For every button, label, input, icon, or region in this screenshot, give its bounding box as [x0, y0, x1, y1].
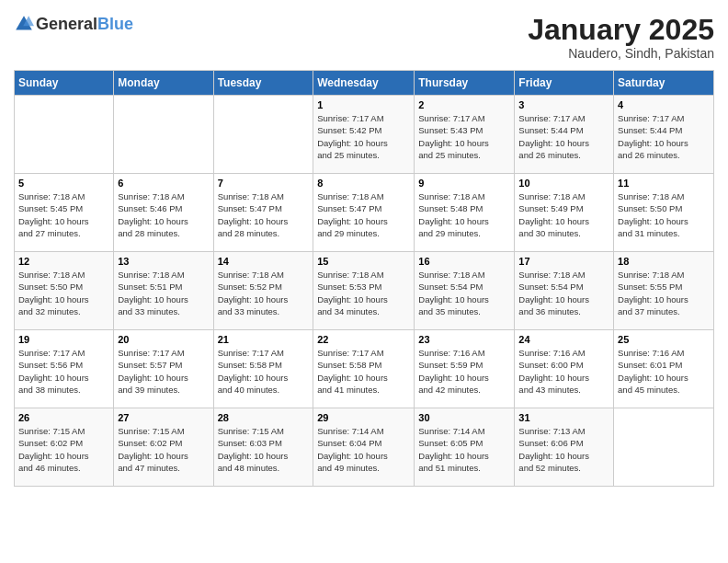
calendar-cell	[114, 96, 213, 174]
day-info: Sunrise: 7:18 AM Sunset: 5:48 PM Dayligh…	[418, 190, 510, 239]
calendar-cell: 9Sunrise: 7:18 AM Sunset: 5:48 PM Daylig…	[415, 174, 515, 252]
day-number: 18	[618, 256, 710, 267]
day-number: 4	[618, 99, 710, 110]
calendar-cell: 13Sunrise: 7:18 AM Sunset: 5:51 PM Dayli…	[114, 252, 213, 330]
day-info: Sunrise: 7:16 AM Sunset: 6:00 PM Dayligh…	[518, 347, 609, 396]
calendar-cell: 11Sunrise: 7:18 AM Sunset: 5:50 PM Dayli…	[614, 174, 714, 252]
day-number: 3	[518, 99, 609, 110]
calendar-cell: 29Sunrise: 7:14 AM Sunset: 6:04 PM Dayli…	[313, 408, 415, 487]
calendar-cell: 6Sunrise: 7:18 AM Sunset: 5:46 PM Daylig…	[114, 174, 213, 252]
calendar-cell: 27Sunrise: 7:15 AM Sunset: 6:02 PM Dayli…	[114, 408, 213, 487]
calendar-cell: 18Sunrise: 7:18 AM Sunset: 5:55 PM Dayli…	[614, 252, 714, 330]
day-number: 1	[317, 99, 410, 110]
calendar-week-row: 26Sunrise: 7:15 AM Sunset: 6:02 PM Dayli…	[15, 408, 714, 487]
day-info: Sunrise: 7:14 AM Sunset: 6:04 PM Dayligh…	[317, 425, 410, 474]
day-number: 23	[418, 334, 510, 345]
day-number: 28	[218, 412, 310, 423]
calendar-cell	[15, 96, 114, 174]
day-number: 15	[317, 256, 410, 267]
day-info: Sunrise: 7:14 AM Sunset: 6:05 PM Dayligh…	[418, 425, 510, 474]
day-info: Sunrise: 7:15 AM Sunset: 6:02 PM Dayligh…	[118, 425, 209, 474]
calendar-cell: 23Sunrise: 7:16 AM Sunset: 5:59 PM Dayli…	[415, 330, 515, 408]
logo-icon	[14, 14, 34, 34]
weekday-header: Thursday	[415, 71, 515, 96]
calendar-cell: 21Sunrise: 7:17 AM Sunset: 5:58 PM Dayli…	[213, 330, 313, 408]
day-info: Sunrise: 7:18 AM Sunset: 5:50 PM Dayligh…	[18, 269, 109, 317]
calendar-cell: 28Sunrise: 7:15 AM Sunset: 6:03 PM Dayli…	[213, 408, 313, 487]
calendar-cell: 3Sunrise: 7:17 AM Sunset: 5:44 PM Daylig…	[515, 96, 614, 174]
day-info: Sunrise: 7:17 AM Sunset: 5:58 PM Dayligh…	[317, 347, 410, 396]
day-info: Sunrise: 7:18 AM Sunset: 5:50 PM Dayligh…	[618, 190, 710, 239]
calendar-cell: 26Sunrise: 7:15 AM Sunset: 6:02 PM Dayli…	[15, 408, 114, 487]
title-block: January 2025 Naudero, Sindh, Pakistan	[528, 14, 714, 61]
calendar-cell: 2Sunrise: 7:17 AM Sunset: 5:43 PM Daylig…	[415, 96, 515, 174]
day-info: Sunrise: 7:17 AM Sunset: 5:42 PM Dayligh…	[317, 112, 410, 161]
day-info: Sunrise: 7:18 AM Sunset: 5:46 PM Dayligh…	[118, 190, 209, 239]
day-info: Sunrise: 7:15 AM Sunset: 6:03 PM Dayligh…	[218, 425, 310, 474]
calendar-week-row: 1Sunrise: 7:17 AM Sunset: 5:42 PM Daylig…	[15, 96, 714, 174]
weekday-header: Sunday	[15, 71, 114, 96]
weekday-header: Saturday	[614, 71, 714, 96]
calendar-table: SundayMondayTuesdayWednesdayThursdayFrid…	[14, 70, 714, 487]
calendar-cell: 14Sunrise: 7:18 AM Sunset: 5:52 PM Dayli…	[213, 252, 313, 330]
weekday-header: Tuesday	[213, 71, 313, 96]
day-info: Sunrise: 7:18 AM Sunset: 5:49 PM Dayligh…	[518, 190, 609, 239]
day-info: Sunrise: 7:18 AM Sunset: 5:51 PM Dayligh…	[118, 269, 209, 317]
day-info: Sunrise: 7:18 AM Sunset: 5:54 PM Dayligh…	[518, 269, 609, 317]
day-number: 16	[418, 256, 510, 267]
day-number: 24	[518, 334, 609, 345]
day-info: Sunrise: 7:17 AM Sunset: 5:57 PM Dayligh…	[118, 347, 209, 396]
calendar-week-row: 19Sunrise: 7:17 AM Sunset: 5:56 PM Dayli…	[15, 330, 714, 408]
day-number: 25	[618, 334, 710, 345]
calendar-cell: 19Sunrise: 7:17 AM Sunset: 5:56 PM Dayli…	[15, 330, 114, 408]
calendar-cell: 20Sunrise: 7:17 AM Sunset: 5:57 PM Dayli…	[114, 330, 213, 408]
day-info: Sunrise: 7:17 AM Sunset: 5:44 PM Dayligh…	[618, 112, 710, 161]
day-number: 11	[618, 178, 710, 189]
page-header: GeneralBlue January 2025 Naudero, Sindh,…	[14, 14, 714, 61]
calendar-cell: 15Sunrise: 7:18 AM Sunset: 5:53 PM Dayli…	[313, 252, 415, 330]
day-number: 22	[317, 334, 410, 345]
calendar-cell: 31Sunrise: 7:13 AM Sunset: 6:06 PM Dayli…	[515, 408, 614, 487]
calendar-cell: 25Sunrise: 7:16 AM Sunset: 6:01 PM Dayli…	[614, 330, 714, 408]
calendar-cell	[614, 408, 714, 487]
calendar-cell: 16Sunrise: 7:18 AM Sunset: 5:54 PM Dayli…	[415, 252, 515, 330]
calendar-cell: 7Sunrise: 7:18 AM Sunset: 5:47 PM Daylig…	[213, 174, 313, 252]
day-info: Sunrise: 7:18 AM Sunset: 5:52 PM Dayligh…	[218, 269, 310, 317]
day-number: 5	[18, 178, 109, 189]
day-info: Sunrise: 7:17 AM Sunset: 5:43 PM Dayligh…	[418, 112, 510, 161]
day-number: 29	[317, 412, 410, 423]
calendar-week-row: 5Sunrise: 7:18 AM Sunset: 5:45 PM Daylig…	[15, 174, 714, 252]
day-info: Sunrise: 7:17 AM Sunset: 5:58 PM Dayligh…	[218, 347, 310, 396]
weekday-header: Monday	[114, 71, 213, 96]
day-number: 6	[118, 178, 209, 189]
day-number: 26	[18, 412, 109, 423]
day-number: 7	[218, 178, 310, 189]
location: Naudero, Sindh, Pakistan	[528, 46, 714, 61]
calendar-cell: 5Sunrise: 7:18 AM Sunset: 5:45 PM Daylig…	[15, 174, 114, 252]
calendar-cell: 10Sunrise: 7:18 AM Sunset: 5:49 PM Dayli…	[515, 174, 614, 252]
logo-text: GeneralBlue	[36, 15, 133, 34]
weekday-header: Friday	[515, 71, 614, 96]
day-info: Sunrise: 7:16 AM Sunset: 6:01 PM Dayligh…	[618, 347, 710, 396]
calendar-cell: 1Sunrise: 7:17 AM Sunset: 5:42 PM Daylig…	[313, 96, 415, 174]
calendar-cell: 22Sunrise: 7:17 AM Sunset: 5:58 PM Dayli…	[313, 330, 415, 408]
logo-blue: Blue	[97, 15, 133, 33]
calendar-cell: 30Sunrise: 7:14 AM Sunset: 6:05 PM Dayli…	[415, 408, 515, 487]
day-info: Sunrise: 7:13 AM Sunset: 6:06 PM Dayligh…	[518, 425, 609, 474]
calendar-cell: 8Sunrise: 7:18 AM Sunset: 5:47 PM Daylig…	[313, 174, 415, 252]
day-number: 14	[218, 256, 310, 267]
weekday-header-row: SundayMondayTuesdayWednesdayThursdayFrid…	[15, 71, 714, 96]
day-number: 2	[418, 99, 510, 110]
calendar-cell: 12Sunrise: 7:18 AM Sunset: 5:50 PM Dayli…	[15, 252, 114, 330]
day-info: Sunrise: 7:18 AM Sunset: 5:54 PM Dayligh…	[418, 269, 510, 317]
day-info: Sunrise: 7:16 AM Sunset: 5:59 PM Dayligh…	[418, 347, 510, 396]
day-number: 21	[218, 334, 310, 345]
calendar-cell: 24Sunrise: 7:16 AM Sunset: 6:00 PM Dayli…	[515, 330, 614, 408]
calendar-cell: 17Sunrise: 7:18 AM Sunset: 5:54 PM Dayli…	[515, 252, 614, 330]
day-number: 8	[317, 178, 410, 189]
calendar-cell	[213, 96, 313, 174]
day-info: Sunrise: 7:18 AM Sunset: 5:47 PM Dayligh…	[218, 190, 310, 239]
calendar-cell: 4Sunrise: 7:17 AM Sunset: 5:44 PM Daylig…	[614, 96, 714, 174]
day-number: 20	[118, 334, 209, 345]
day-info: Sunrise: 7:18 AM Sunset: 5:53 PM Dayligh…	[317, 269, 410, 317]
